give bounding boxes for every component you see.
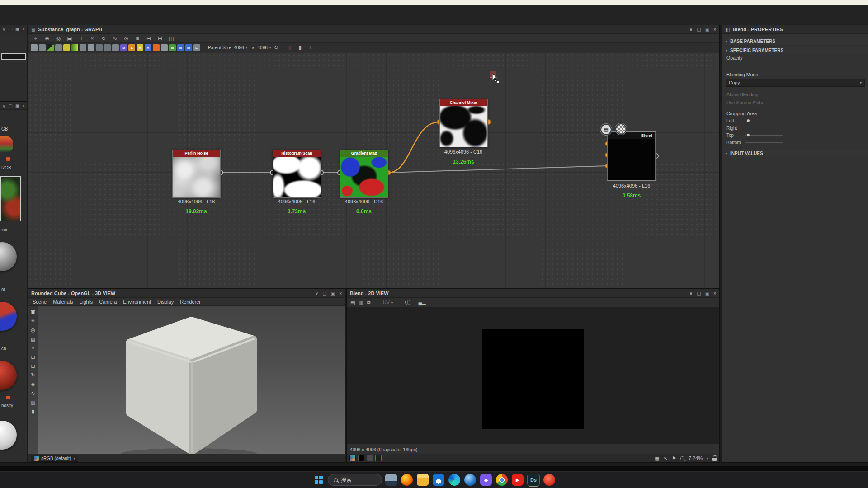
taskbar-app-icon[interactable] [417,474,429,486]
crop-row-right[interactable]: Right [726,125,817,131]
parent-size-dropdown[interactable]: Parent Size: 4096 [208,45,244,50]
toolbar-icon[interactable]: ▥ [359,300,363,305]
section-input-values[interactable]: ▸ INPUT VALUES [722,150,868,157]
refresh-icon[interactable]: ↻ [273,44,279,51]
node-blend[interactable]: Blend [607,132,656,180]
node-type-chip[interactable] [80,44,86,51]
opacity-slider[interactable] [726,64,865,64]
library-thumb-sphere-redblue[interactable] [0,302,17,331]
node-type-chip[interactable] [153,44,160,51]
toolbar-icon[interactable]: ▣ [31,309,35,315]
blending-mode-dropdown[interactable]: Copy ▾ [726,79,865,87]
panel-control-icon[interactable]: ▣ [705,289,709,298]
section-base-parameters[interactable]: ▸ BASE PARAMETERS [722,38,868,45]
panel-control-icon[interactable]: × [713,25,716,34]
taskbar-app-icon[interactable] [464,474,476,486]
properties-panel-header[interactable]: ◧ Blend - PROPERTIES [722,25,868,34]
lock-icon[interactable] [712,458,717,461]
menu-item[interactable]: Lights [80,299,93,305]
library-strip-header[interactable]: ∨▢▣× [0,102,27,110]
taskbar-app-icon[interactable] [401,474,413,486]
panel-control-icon[interactable]: × [22,102,25,110]
toolbar-icon[interactable]: ⊡ [31,363,35,369]
node-type-chip[interactable]: A [137,44,143,51]
slider-knob[interactable] [746,133,750,137]
node-type-chip[interactable] [88,44,94,51]
node-type-chip[interactable]: ▭ [193,44,200,51]
node-type-chip[interactable] [104,44,111,51]
crop-slider[interactable] [745,135,783,136]
toolbar-icon[interactable]: ⧉ [367,300,371,305]
node-gradient-map[interactable]: Gradient Map [340,150,388,198]
node-type-chip[interactable]: ▲ [128,44,135,51]
panel-control-icon[interactable]: ▢ [697,25,701,34]
menu-item[interactable]: Camera [99,299,117,305]
taskbar-app-icon[interactable] [448,474,460,486]
panel-control-icon[interactable]: ▢ [8,102,12,110]
panel-control-icon[interactable]: × [22,25,25,33]
taskbar-app-icon[interactable] [385,474,397,486]
panel-control-icon[interactable]: ▣ [15,102,19,110]
graph-panel-header[interactable]: ▦ Substance_graph - GRAPH ∨▢▣× [28,25,719,34]
view-option-chip[interactable] [367,455,373,461]
panel-control-icon[interactable]: × [713,289,716,298]
toolbar-icon[interactable]: ◈ [31,381,35,387]
panel-control-icon[interactable]: ▢ [697,289,701,298]
node-type-chip[interactable] [55,44,62,51]
histogram-icon[interactable]: ▁▄▂ [415,300,426,305]
toolbar-icon[interactable]: ⌖ [33,35,39,42]
toolbar-icon[interactable]: ⌖ [32,345,34,351]
view-option-chip[interactable] [375,455,382,461]
toolbar-icon[interactable]: ◎ [55,35,61,42]
library-thumb-sphere-red[interactable] [0,361,17,390]
panel-control-icon[interactable]: ∨ [2,102,5,110]
node-type-chip[interactable]: ▦ [177,44,184,51]
toolbar-icon[interactable]: ⚑ [672,455,676,461]
toolbar-icon[interactable]: ◫ [168,35,175,42]
node-type-chip[interactable] [161,44,168,51]
slider-knob[interactable] [746,119,750,122]
taskbar-app-icon[interactable]: ▶ [512,474,524,486]
taskbar-app-icon[interactable] [496,474,508,486]
view3d-panel-header[interactable]: Rounded Cube - OpenGL - 3D VIEW ∨▢▣× [28,289,345,298]
library-thumb-selected[interactable] [0,176,21,221]
crop-slider[interactable] [745,128,783,128]
panel-control-icon[interactable]: ∨ [315,289,318,298]
panel-control-icon[interactable]: ▢ [322,289,326,298]
toolbar-icon[interactable]: ▮ [297,44,303,51]
taskbar-app-icon[interactable] [433,474,444,486]
panel-control-icon[interactable]: ∨ [689,289,693,298]
toolbar-icon[interactable]: ▥ [31,399,35,405]
node-type-chip[interactable] [39,44,46,51]
node-type-chip[interactable]: A [145,44,151,51]
crop-slider[interactable] [745,142,783,143]
panel-control-icon[interactable]: ▣ [331,289,335,298]
node-type-chip[interactable] [71,44,78,51]
panel-control-icon[interactable]: ▣ [705,25,709,34]
left-panel-search-input[interactable] [1,53,26,60]
node-type-chip[interactable]: ▦ [185,44,192,51]
colorspace-dropdown[interactable]: sRGB (default) ▾ [31,455,78,462]
toolbar-icon[interactable]: ↻ [100,35,107,42]
panel-control-icon[interactable]: ▢ [8,25,12,33]
panel-control-icon[interactable]: × [339,289,342,298]
toolbar-icon[interactable]: ∿ [112,35,118,42]
menu-item[interactable]: Scene [33,299,47,305]
taskbar-app-icon[interactable]: Ds [528,474,539,486]
crop-slider[interactable] [745,121,783,121]
toolbar-icon[interactable]: ≡ [134,35,141,42]
graph-canvas[interactable]: Perlin Noise 4096x4096 - L16 19.02ms His… [28,53,719,288]
toolbar-icon[interactable]: ▮ [32,408,34,414]
view-option-chip[interactable] [358,455,364,461]
toolbar-icon[interactable]: ↻ [31,372,35,378]
toolbar-icon[interactable]: ⊟ [146,35,152,42]
library-thumb-sphere-gray[interactable] [0,242,17,271]
toolbar-icon[interactable]: ↖ [664,455,668,461]
zoom-icon[interactable] [680,456,684,460]
zoom-level[interactable]: 7.24% [689,455,703,461]
toolbar-icon[interactable]: ⊞ [157,35,163,42]
node-histogram-scan[interactable]: Histogram Scan [273,150,321,198]
node-type-chip[interactable] [63,44,70,51]
toolbar-icon[interactable]: ⊞ [31,354,35,360]
view2d-canvas[interactable] [347,307,719,444]
